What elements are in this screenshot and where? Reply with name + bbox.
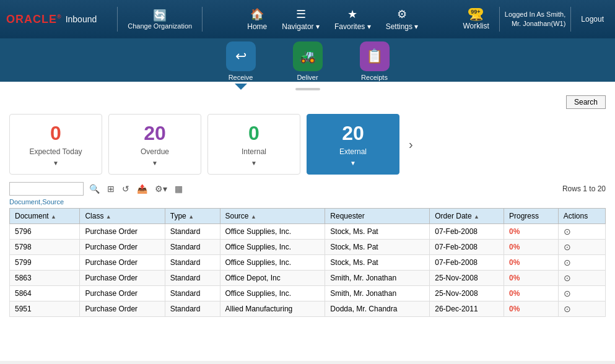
receipts-label: Receipts bbox=[361, 74, 388, 81]
metric-dropdown-external[interactable]: ▼ bbox=[320, 160, 386, 167]
cell-actions: ⊙ bbox=[558, 286, 605, 301]
cell-document: 5951 bbox=[10, 301, 80, 317]
nav-settings[interactable]: ⚙ Settings ▾ bbox=[380, 5, 425, 33]
nav-favorites[interactable]: ★ Favorites ▾ bbox=[328, 5, 377, 33]
cell-order-date: 07-Feb-2008 bbox=[430, 224, 504, 240]
deliver-icon-box: 🚜 bbox=[293, 41, 323, 71]
action-button[interactable]: ⊙ bbox=[564, 242, 571, 252]
col-progress: Progress bbox=[504, 209, 558, 224]
metric-label-external: External bbox=[320, 147, 386, 156]
table-icon[interactable]: ▦ bbox=[173, 183, 185, 195]
metric-number-overdue: 20 bbox=[121, 122, 188, 145]
metric-card-external[interactable]: 20 External ▼ bbox=[307, 114, 399, 175]
cell-order-date: 07-Feb-2008 bbox=[430, 255, 504, 271]
cell-source: Office Depot, Inc bbox=[220, 271, 325, 286]
metric-dropdown-internal[interactable]: ▼ bbox=[220, 160, 287, 167]
change-org-icon: 🔄 bbox=[153, 9, 167, 22]
table-row: 5798 Purchase Order Standard Office Supp… bbox=[10, 240, 606, 255]
table-search-input[interactable] bbox=[9, 182, 84, 196]
header-divider4 bbox=[570, 7, 571, 32]
col-document: Document ▲ bbox=[10, 209, 80, 224]
cell-actions: ⊙ bbox=[558, 255, 605, 271]
action-button[interactable]: ⊙ bbox=[564, 273, 571, 283]
settings-label: Settings ▾ bbox=[386, 22, 419, 31]
metric-card-overdue[interactable]: 20 Overdue ▼ bbox=[108, 114, 201, 175]
sort-icon-class[interactable]: ▲ bbox=[106, 214, 111, 220]
cell-progress: 0% bbox=[504, 286, 558, 301]
metric-card-internal[interactable]: 0 Internal ▼ bbox=[207, 114, 300, 175]
cell-source: Office Supplies, Inc. bbox=[220, 240, 325, 255]
cell-actions: ⊙ bbox=[558, 224, 605, 240]
cell-type: Standard bbox=[165, 240, 220, 255]
chevron-right-icon[interactable]: › bbox=[409, 137, 413, 152]
table-row: 5796 Purchase Order Standard Office Supp… bbox=[10, 224, 606, 240]
metric-number-external: 20 bbox=[320, 122, 386, 145]
sort-icon-type[interactable]: ▲ bbox=[188, 214, 194, 220]
metric-dropdown-overdue[interactable]: ▼ bbox=[121, 160, 188, 167]
cell-requester: Stock, Ms. Pat bbox=[325, 255, 430, 271]
oracle-brand: ORACLE® bbox=[6, 13, 62, 26]
cell-class: Purchase Order bbox=[80, 255, 165, 271]
metric-number-internal: 0 bbox=[220, 122, 287, 145]
receive-nav-item[interactable]: ↩ Receive bbox=[226, 41, 256, 81]
home-label: Home bbox=[247, 22, 267, 31]
cell-requester: Dodda, Mr. Chandra bbox=[325, 301, 430, 317]
worklist-button[interactable]: 🔔 99+ Worklist bbox=[458, 6, 494, 33]
worklist-icon: 🔔 99+ bbox=[469, 8, 483, 22]
header-divider3 bbox=[499, 7, 500, 32]
logout-button[interactable]: Logout bbox=[576, 12, 609, 26]
worklist-badge: 99+ bbox=[468, 8, 482, 15]
cell-progress: 0% bbox=[504, 224, 558, 240]
deliver-nav-item[interactable]: 🚜 Deliver bbox=[293, 41, 323, 81]
cell-type: Standard bbox=[165, 301, 220, 317]
cell-class: Purchase Order bbox=[80, 286, 165, 301]
cell-order-date: 25-Nov-2008 bbox=[430, 271, 504, 286]
sort-icon-document[interactable]: ▲ bbox=[51, 214, 56, 220]
header-divider bbox=[117, 7, 118, 32]
cell-order-date: 26-Dec-2011 bbox=[430, 301, 504, 317]
receipts-nav-item[interactable]: 📋 Receipts bbox=[360, 41, 390, 81]
receipts-icon: 📋 bbox=[366, 48, 383, 64]
change-org-button[interactable]: 🔄 Change Organization bbox=[123, 6, 197, 32]
nav-navigator[interactable]: ☰ Navigator ▾ bbox=[276, 5, 326, 33]
cell-progress: 0% bbox=[504, 301, 558, 317]
col-type: Type ▲ bbox=[165, 209, 220, 224]
deliver-icon: 🚜 bbox=[299, 48, 316, 64]
user-name: Smith, bbox=[546, 11, 565, 18]
change-org-label: Change Organization bbox=[128, 22, 192, 30]
export-icon[interactable]: 📤 bbox=[135, 183, 149, 195]
cell-document: 5864 bbox=[10, 286, 80, 301]
metric-cards: 0 Expected Today ▼ 20 Overdue ▼ 0 Intern… bbox=[9, 114, 606, 175]
cell-requester: Stock, Ms. Pat bbox=[325, 240, 430, 255]
sort-icon-order-date[interactable]: ▲ bbox=[474, 214, 479, 220]
navigator-icon: ☰ bbox=[296, 7, 306, 21]
cell-progress: 0% bbox=[504, 240, 558, 255]
rows-info: Rows 1 to 20 bbox=[562, 184, 606, 193]
home-icon: 🏠 bbox=[250, 7, 264, 21]
metric-card-expected[interactable]: 0 Expected Today ▼ bbox=[9, 114, 102, 175]
cell-type: Standard bbox=[165, 224, 220, 240]
cell-source: Office Supplies, Inc. bbox=[220, 255, 325, 271]
col-requester: Requester bbox=[325, 209, 430, 224]
table-row: 5951 Purchase Order Standard Allied Manu… bbox=[10, 301, 606, 317]
search-button[interactable]: Search bbox=[566, 95, 606, 109]
sort-icon-source[interactable]: ▲ bbox=[251, 214, 256, 220]
action-button[interactable]: ⊙ bbox=[564, 258, 571, 267]
cell-class: Purchase Order bbox=[80, 301, 165, 317]
cell-actions: ⊙ bbox=[558, 271, 605, 286]
cell-source: Office Supplies, Inc. bbox=[220, 286, 325, 301]
search-icon[interactable]: 🔍 bbox=[87, 183, 102, 195]
action-button[interactable]: ⊙ bbox=[564, 304, 571, 314]
action-button[interactable]: ⊙ bbox=[564, 288, 571, 298]
receive-label: Receive bbox=[229, 74, 253, 81]
refresh-icon[interactable]: ↺ bbox=[120, 183, 131, 195]
col-source: Source ▲ bbox=[220, 209, 325, 224]
action-button[interactable]: ⊙ bbox=[564, 227, 571, 236]
nav-home[interactable]: 🏠 Home bbox=[241, 5, 273, 33]
filter-icon[interactable]: ⊞ bbox=[105, 183, 116, 195]
settings2-icon[interactable]: ⚙▾ bbox=[153, 183, 169, 195]
doc-source-link[interactable]: Document,Source bbox=[9, 198, 606, 206]
user-name2: Mr. Jonathan(W1) bbox=[505, 19, 565, 28]
col-actions: Actions bbox=[558, 209, 605, 224]
metric-dropdown-expected[interactable]: ▼ bbox=[22, 160, 89, 167]
